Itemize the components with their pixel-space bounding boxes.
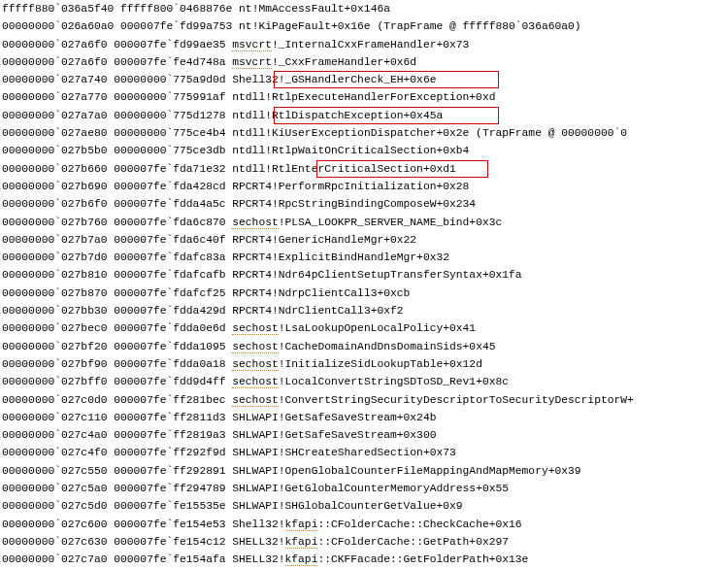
stack-row: 00000000`027c110 000007fe`ff2811d3 SHLWA… — [0, 409, 728, 426]
symbol: !RpcStringBindingComposeW+0x234 — [272, 198, 476, 210]
child-sp: 00000000`026a60a0 — [2, 20, 120, 32]
symbol: !RtlpWaitOnCriticalSection+0xb4 — [265, 145, 469, 156]
ret-addr: 000007fe`fdafc83a — [114, 251, 232, 263]
child-sp: 00000000`027b810 — [2, 269, 114, 281]
ret-addr: 000007fe`fdafcf25 — [114, 287, 232, 299]
stack-row: 00000000`027c5d0 000007fe`fe15535e SHLWA… — [0, 497, 728, 515]
symbol: !RtlDispatchException+0x45a — [265, 110, 443, 121]
ret-addr: 000007fe`ff294789 — [114, 483, 232, 494]
symbol: !GetSafeSaveStream+0x24b — [279, 412, 437, 423]
stack-row: 00000000`027a740 00000000`775a9d0d Shell… — [0, 71, 728, 88]
child-sp: 00000000`027b7d0 — [2, 251, 114, 263]
child-sp: 00000000`027b5b0 — [2, 145, 114, 156]
child-sp: 00000000`027c7a0 — [2, 553, 114, 565]
stack-row: 00000000`027c4f0 000007fe`ff292f9d SHLWA… — [0, 444, 728, 461]
child-sp: 00000000`027c630 — [2, 536, 114, 548]
child-sp: 00000000`027b6f0 — [2, 198, 114, 210]
module: ntdll — [232, 110, 265, 121]
child-sp: 00000000`027c600 — [2, 519, 114, 530]
child-sp: 00000000`027bff0 — [2, 376, 114, 387]
child-sp: 00000000`027b7a0 — [2, 234, 114, 246]
symbol: !NdrpClientCall3+0xcb — [272, 287, 410, 299]
ret-addr: 000007fe`fd99a753 — [120, 20, 239, 32]
stack-row: 00000000`027a770 00000000`775991af ntdll… — [0, 88, 728, 106]
module: nt — [239, 20, 252, 32]
ret-addr: 000007fe`fdda1095 — [114, 341, 232, 352]
ret-addr: 000007fe`fe15535e — [114, 500, 232, 512]
stack-row: 00000000`027b810 000007fe`fdafcafb RPCRT… — [0, 266, 728, 284]
module: sechost — [232, 341, 278, 353]
stack-row: 00000000`027b760 000007fe`fda6c870 secho… — [0, 214, 728, 231]
ret-addr: 000007fe`fe154e53 — [114, 519, 232, 530]
child-sp: 00000000`027c110 — [2, 412, 114, 423]
module: nt — [239, 3, 252, 15]
ret-addr: 000007fe`ff2811d3 — [114, 412, 232, 423]
module: Shell32 — [232, 519, 278, 530]
stack-row: 00000000`027bf20 000007fe`fdda1095 secho… — [0, 338, 728, 355]
symbol: !_CxxFrameHandler+0x6d — [272, 56, 416, 68]
symbol: !SHGlobalCounterGetValue+0x9 — [279, 500, 463, 512]
symbol: !PLSA_LOOKPR_SERVER_NAME_bind+0x3c — [279, 217, 503, 228]
stack-row: 00000000`027b6f0 000007fe`fdda4a5c RPCRT… — [0, 195, 728, 213]
namespace: kfapi — [285, 519, 318, 531]
module: RPCRT4 — [232, 181, 272, 192]
symbol: !GetGlobalCounterMemoryAddress+0x55 — [279, 483, 509, 494]
child-sp: 00000000`027b690 — [2, 181, 114, 192]
ret-addr: 000007fe`fdd9d4ff — [114, 376, 232, 387]
ret-addr: 000007fe`ff292891 — [114, 465, 232, 477]
child-sp: 00000000`027a740 — [2, 74, 114, 85]
module: RPCRT4 — [232, 234, 272, 246]
symbol: !RtlEnterCriticalSection+0xd1 — [265, 163, 456, 175]
symbol: ::CFolderCache::GetPath+0x297 — [317, 536, 509, 548]
symbol: !ConvertStringSecurityDescriptorToSecuri… — [279, 394, 634, 406]
module: sechost — [232, 376, 278, 388]
stack-row: 00000000`027bb30 000007fe`fdda429d RPCRT… — [0, 302, 728, 319]
stack-row: 00000000`027c630 000007fe`fe154c12 SHELL… — [0, 533, 728, 551]
module: Shell32 — [232, 74, 278, 85]
module: SHELL32 — [232, 553, 278, 565]
module: SHLWAPI — [232, 429, 278, 441]
child-sp: 00000000`027b660 — [2, 163, 114, 175]
module: SHLWAPI — [232, 447, 278, 458]
child-sp: 00000000`027c4f0 — [2, 447, 114, 458]
child-sp: 00000000`027a6f0 — [2, 39, 114, 50]
symbol: !RtlpExecuteHandlerForException+0xd — [265, 91, 495, 103]
ret-addr: 000007fe`ff2819a3 — [114, 429, 232, 441]
stack-row: 00000000`027c550 000007fe`ff292891 SHLWA… — [0, 462, 728, 480]
ret-addr: 00000000`775991af — [114, 91, 232, 103]
ret-addr: 000007fe`fda428cd — [114, 181, 232, 192]
child-sp: 00000000`027b870 — [2, 287, 114, 299]
namespace: kfapi — [285, 536, 318, 549]
symbol: !CacheDomainAndDnsDomainSids+0x45 — [279, 341, 496, 352]
symbol: !LocalConvertStringSDToSD_Rev1+0x8c — [279, 376, 509, 387]
ret-addr: 000007fe`fda6c870 — [114, 217, 232, 228]
stack-row: 00000000`027bff0 000007fe`fdd9d4ff secho… — [0, 373, 728, 390]
child-sp: 00000000`027a770 — [2, 91, 114, 103]
module: sechost — [232, 358, 278, 371]
symbol: !GenericHandleMgr+0x22 — [272, 234, 416, 246]
symbol: !PerformRpcInitialization+0x28 — [272, 181, 469, 192]
symbol: !OpenGlobalCounterFileMappingAndMapMemor… — [279, 465, 581, 477]
child-sp: 00000000`027c4a0 — [2, 429, 114, 441]
symbol: !_InternalCxxFrameHandler+0x73 — [272, 39, 469, 50]
module: msvcrt — [232, 39, 272, 51]
module: RPCRT4 — [232, 198, 272, 210]
stack-row: 00000000`027bf90 000007fe`fdda0a18 secho… — [0, 355, 728, 373]
stack-row: 00000000`027c600 000007fe`fe154e53 Shell… — [0, 516, 728, 533]
stack-row: 00000000`027a6f0 000007fe`fe4d748a msvcr… — [0, 53, 728, 71]
module: ntdll — [232, 163, 265, 175]
child-sp: 00000000`027bb30 — [2, 305, 114, 317]
module: RPCRT4 — [232, 305, 272, 317]
symbol: !SHCreateSharedSection+0x73 — [279, 447, 456, 458]
ret-addr: 000007fe`fda71e32 — [114, 163, 232, 175]
symbol: !LsaLookupOpenLocalPolicy+0x41 — [279, 322, 476, 334]
symbol: !_GSHandlerCheck_EH+0x6e — [279, 74, 437, 85]
stack-row: fffff880`036a5f40 fffff800`0468876e nt!M… — [0, 0, 728, 17]
symbol: ::CKFFacade::GetFolderPath+0x13e — [317, 553, 528, 565]
ret-addr: 00000000`775a9d0d — [114, 74, 232, 85]
stack-row: 00000000`026a60a0 000007fe`fd99a753 nt!K… — [0, 17, 728, 35]
symbol: ::CFolderCache::CheckCache+0x16 — [317, 519, 521, 530]
child-sp: 00000000`027bf20 — [2, 341, 114, 352]
ret-addr: 000007fe`fdafcafb — [114, 269, 232, 281]
child-sp: 00000000`027bec0 — [2, 322, 114, 334]
